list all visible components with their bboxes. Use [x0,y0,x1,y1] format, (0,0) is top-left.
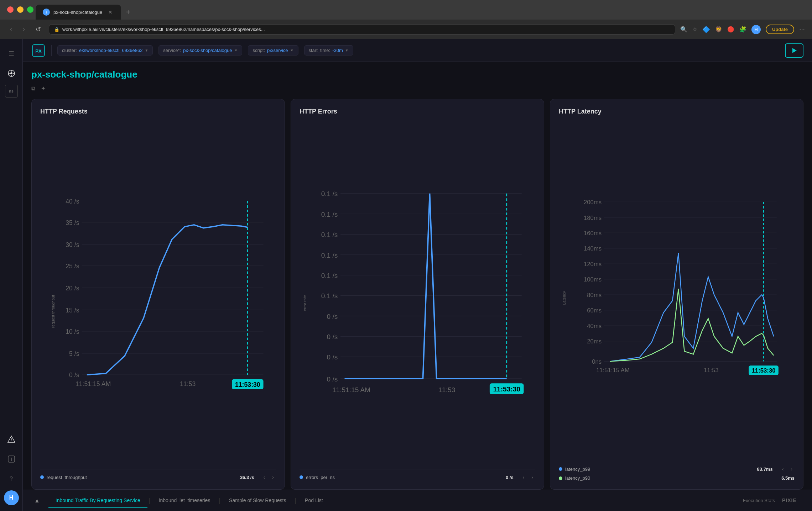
reload-button[interactable]: ↺ [33,24,44,35]
address-bar[interactable]: 🔒 work.withpixie.ai/live/clusters/ekswor… [49,24,675,35]
magic-wand-icon[interactable]: ✦ [41,85,46,92]
tab-inbound-let-timeseries[interactable]: inbound_let_timeseries [152,493,217,508]
tab-divider-1: | [147,490,152,511]
user-avatar[interactable]: H [4,490,19,505]
svg-text:120ms: 120ms [584,261,602,268]
service-param[interactable]: service*: px-sock-shop/catalogue ▼ [158,45,242,56]
minimize-window-button[interactable] [17,6,24,13]
legend-label-p90: latency_p90 [565,475,779,481]
svg-text:PX: PX [35,48,42,54]
requests-prev-button[interactable]: ‹ [261,474,267,481]
svg-text:35 /s: 35 /s [66,219,79,226]
extension-icon[interactable]: 🔴 [727,26,734,33]
sidebar: ☰ ns ! i ? H [0,39,23,511]
svg-text:20 /s: 20 /s [66,285,79,292]
requests-next-button[interactable]: › [270,474,276,481]
svg-text:40ms: 40ms [587,323,602,330]
puzzle-icon[interactable]: 🧩 [739,26,746,33]
http-requests-chart-area: request throughput 40 /s 35 /s 30 /s 25 … [40,121,276,465]
script-dropdown-icon: ▼ [290,48,294,52]
http-errors-legend: errors_per_ns 0 /s ‹ › [300,469,535,481]
http-errors-title: HTTP Errors [300,108,535,115]
tab-favicon: i [43,9,50,16]
legend-item-p90: latency_p90 6.5ms [559,475,795,481]
legend-label-p99: latency_p99 [565,467,754,472]
svg-text:0ns: 0ns [592,358,602,365]
svg-text:0 /s: 0 /s [327,313,338,320]
tab-close-button[interactable]: ✕ [107,9,114,16]
maximize-window-button[interactable] [27,6,33,13]
sidebar-namespace-icon[interactable]: ns [5,85,18,98]
collapse-button[interactable]: ▲ [31,495,43,507]
svg-text:11:53: 11:53 [704,367,719,374]
legend-value-throughput: 36.3 /s [240,475,254,480]
run-icon [791,47,798,54]
errors-svg: 0.1 /s 0.1 /s 0.1 /s 0.1 /s 0.1 /s 0.1 /… [317,121,535,465]
close-window-button[interactable] [7,6,14,13]
cluster-key: cluster: [62,48,77,53]
svg-text:0 /s: 0 /s [327,333,338,341]
run-button[interactable] [785,43,803,58]
tab-inbound-traffic[interactable]: Inbound Traffic By Requesting Service [48,493,147,508]
forward-button[interactable]: › [20,24,28,35]
back-button[interactable]: ‹ [7,24,15,35]
info-circle-icon: i [7,455,15,463]
svg-marker-12 [792,48,797,53]
sidebar-hamburger-icon[interactable]: ☰ [3,45,20,62]
sidebar-settings-icon[interactable] [3,65,20,82]
pixie-logo: PX [31,43,46,58]
update-button[interactable]: Update [766,25,794,34]
legend-dot-throughput [40,475,44,479]
pixie-extension-icon[interactable]: 🔷 [702,26,710,33]
http-errors-chart-area: error rate 0.1 /s 0.1 /s 0.1 /s 0.1 /s 0… [300,121,535,465]
alert-triangle-icon: ! [7,435,15,443]
svg-text:11:53: 11:53 [180,380,196,388]
more-options-icon[interactable]: ⋯ [799,26,805,33]
svg-text:0 /s: 0 /s [327,375,338,383]
http-requests-legend: request_throughput 36.3 /s ‹ › [40,469,276,481]
svg-text:20ms: 20ms [587,338,602,345]
http-latency-title: HTTP Latency [559,108,795,115]
sidebar-info-icon[interactable]: i [3,451,20,468]
service-dropdown-icon: ▼ [234,48,238,52]
svg-text:i: i [11,457,12,462]
tab-slow-requests[interactable]: Sample of Slow Requests [222,493,293,508]
execution-stats[interactable]: Execution Stats [743,498,775,503]
svg-text:11:53:30: 11:53:30 [493,385,520,393]
sidebar-help-icon[interactable]: ? [3,470,20,488]
errors-prev-button[interactable]: ‹ [521,474,527,481]
new-tab-button[interactable]: + [121,5,135,20]
latency-next-button[interactable]: › [788,465,795,473]
sidebar-alert-icon[interactable]: ! [3,431,20,448]
svg-text:0 /s: 0 /s [327,353,338,361]
search-icon[interactable]: 🔍 [680,26,687,33]
external-link-icon[interactable]: ⧉ [31,85,35,92]
legend-item-errors: errors_per_ns 0 /s [300,475,514,480]
svg-text:160ms: 160ms [584,230,602,237]
svg-text:0.1 /s: 0.1 /s [321,231,338,238]
script-value: px/service [267,48,288,53]
service-value: px-sock-shop/catalogue [183,48,232,53]
brave-icon[interactable]: 🦁 [715,26,722,33]
tab-pod-list[interactable]: Pod List [298,493,330,508]
svg-point-0 [10,72,12,74]
legend-dot-p90 [559,476,562,480]
requests-svg: 40 /s 35 /s 30 /s 25 /s 20 /s 15 /s [62,121,276,465]
active-tab[interactable]: i px-sock-shop/catalogue ✕ [36,5,121,20]
http-latency-chart-area: Latency 200ms 180ms 160ms 140ms 120ms [559,121,795,457]
legend-value-p90: 6.5ms [781,475,795,481]
helm-icon [7,69,16,78]
latency-prev-button[interactable]: ‹ [780,465,786,473]
script-key: script: [253,48,265,53]
bookmark-icon[interactable]: ☆ [692,26,697,33]
script-param[interactable]: script: px/service ▼ [248,45,298,56]
cluster-param[interactable]: cluster: eksworkshop-eksctl_6936e862 ▼ [57,45,153,56]
svg-text:80ms: 80ms [587,292,602,299]
errors-next-button[interactable]: › [529,474,535,481]
start-time-param[interactable]: start_time: -30m ▼ [304,45,353,56]
requests-legend-nav: ‹ › [261,474,276,481]
svg-text:10 /s: 10 /s [66,328,79,335]
profile-icon[interactable]: H [751,25,761,34]
svg-text:40 /s: 40 /s [66,198,79,205]
latency-svg: 200ms 180ms 160ms 140ms 120ms 100ms [580,121,795,457]
